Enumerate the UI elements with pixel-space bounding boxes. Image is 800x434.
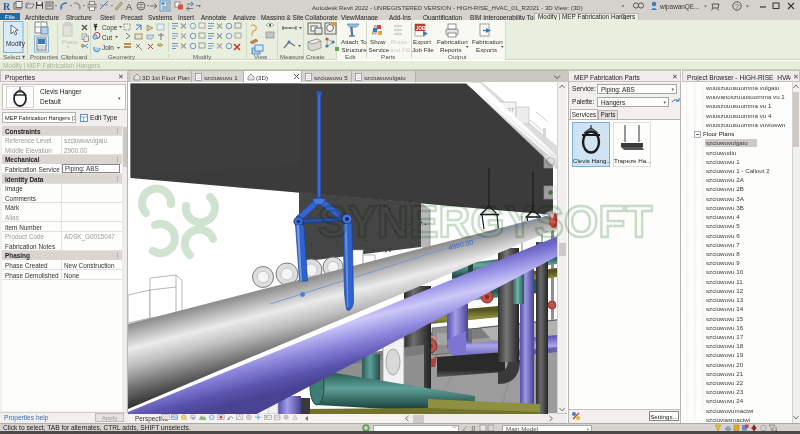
svg-text:Service: Service <box>369 46 390 53</box>
svg-text:JOB: JOB <box>416 26 426 31</box>
svg-text:Cut: Cut <box>102 34 112 41</box>
svg-text:Reports: Reports <box>440 46 462 53</box>
svg-text:Job File: Job File <box>412 46 434 53</box>
svg-text:Show: Show <box>370 38 386 45</box>
svg-text:Join: Join <box>102 44 114 51</box>
svg-text:A: A <box>126 2 132 12</box>
svg-text:Fabrication: Fabrication <box>437 38 468 45</box>
svg-text:?: ? <box>735 3 739 10</box>
svg-text:Export: Export <box>413 38 431 45</box>
svg-text:R: R <box>3 1 11 12</box>
svg-text:Route: Route <box>391 38 408 45</box>
svg-text:Attach To: Attach To <box>341 38 367 45</box>
svg-text:wipawanQE...: wipawanQE... <box>659 3 700 11</box>
svg-text:Exports: Exports <box>476 46 497 53</box>
svg-text:Cope: Cope <box>102 24 118 32</box>
svg-text:Paste: Paste <box>62 38 78 45</box>
svg-text:Structure: Structure <box>342 46 368 53</box>
svg-text:and Fill: and Fill <box>390 46 410 53</box>
svg-text:Fabrication: Fabrication <box>472 38 503 45</box>
svg-text:Modify: Modify <box>6 40 26 48</box>
